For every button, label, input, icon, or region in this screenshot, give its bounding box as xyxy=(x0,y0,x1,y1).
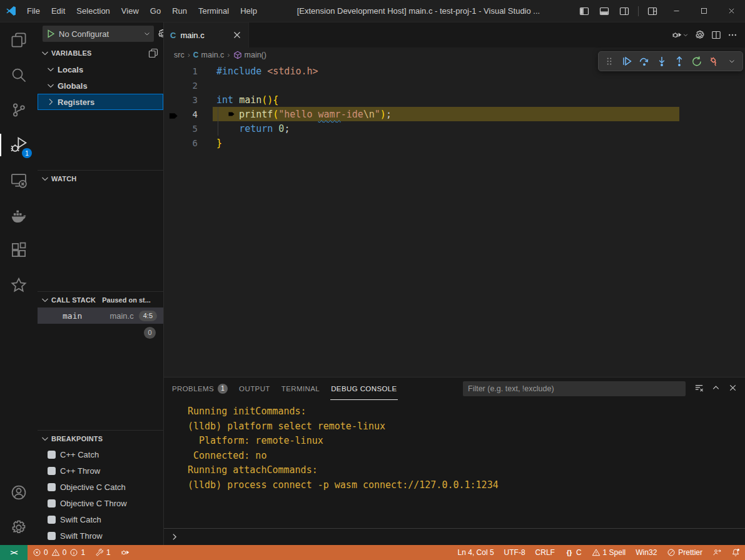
step-out-button[interactable] xyxy=(671,53,687,69)
step-into-button[interactable] xyxy=(654,53,670,69)
panel-tab-problems[interactable]: PROBLEMS1 xyxy=(171,378,228,400)
panel-tab-terminal[interactable]: TERMINAL xyxy=(281,378,320,400)
more-debug-actions-button[interactable] xyxy=(724,53,740,69)
watch-section-header[interactable]: WATCH xyxy=(38,170,163,186)
breakpoint-row[interactable]: C++ Catch xyxy=(38,446,163,462)
status-remote-window-indicator[interactable]: >< xyxy=(0,545,28,560)
open-settings-button[interactable] xyxy=(695,30,705,40)
variables-scope-locals[interactable]: Locals xyxy=(38,61,163,78)
code-editor[interactable]: 1#include <stdio.h>23int main(){4 printf… xyxy=(164,62,745,377)
menu-edit[interactable]: Edit xyxy=(46,0,71,22)
activity-search[interactable] xyxy=(0,58,38,92)
activity-run-and-debug[interactable]: 1 xyxy=(0,128,38,162)
breadcrumb-item[interactable]: Cmain.c xyxy=(193,51,225,59)
breakpoint-row[interactable]: Objective C Throw xyxy=(38,495,163,511)
restart-button[interactable] xyxy=(689,53,705,69)
breakpoint-row[interactable]: Swift Throw xyxy=(38,528,163,544)
activity-extensions[interactable] xyxy=(0,232,38,268)
window-close-button[interactable] xyxy=(717,0,745,22)
maximize-panel-button[interactable] xyxy=(711,383,721,394)
run-or-debug-button[interactable] xyxy=(672,30,689,40)
bell-dot-icon xyxy=(731,548,740,557)
status-notifications[interactable] xyxy=(726,545,745,560)
status-end-of-line[interactable]: CRLF xyxy=(530,545,560,560)
copy-icon[interactable] xyxy=(148,48,158,58)
status-cursor-position[interactable]: Ln 4, Col 5 xyxy=(453,545,499,560)
clear-console-button[interactable] xyxy=(694,383,704,394)
debug-config-label: No Configurat xyxy=(59,29,140,39)
editor-gutter[interactable]: 6 xyxy=(164,138,216,148)
breakpoint-checkbox[interactable] xyxy=(48,532,56,540)
breadcrumb-item[interactable]: src xyxy=(174,51,185,59)
menu-file[interactable]: File xyxy=(21,0,46,22)
status-spell-checker[interactable]: 1 Spell xyxy=(587,545,631,560)
editor-gutter[interactable]: 3 xyxy=(164,95,216,105)
breakpoint-checkbox[interactable] xyxy=(48,499,56,508)
close-tab-icon[interactable] xyxy=(232,30,242,40)
split-editor-button[interactable] xyxy=(711,30,721,40)
layout-panel-icon xyxy=(599,6,609,16)
continue-button[interactable] xyxy=(619,53,635,69)
status-problems[interactable]: 001 xyxy=(28,545,90,560)
debug-console-filter-input[interactable] xyxy=(463,381,686,396)
activity-source-control[interactable] xyxy=(0,92,38,128)
status-debug-indicator[interactable] xyxy=(116,545,134,560)
editor-gutter[interactable]: 4 xyxy=(164,109,216,119)
stack-frame[interactable]: mainmain.c4:5 xyxy=(38,308,163,324)
menu-run[interactable]: Run xyxy=(166,0,193,22)
breadcrumb-item[interactable]: main() xyxy=(233,51,266,59)
activity-favorites[interactable] xyxy=(0,268,38,302)
disconnect-icon xyxy=(709,56,720,67)
panel-tab-output[interactable]: OUTPUT xyxy=(238,378,271,400)
activity-docker[interactable] xyxy=(0,198,38,232)
layout-sidebar-toggle[interactable] xyxy=(574,0,594,22)
layout-panel-toggle[interactable] xyxy=(594,0,614,22)
status-language-mode[interactable]: {}C xyxy=(560,545,587,560)
variables-scope-globals[interactable]: Globals xyxy=(38,78,163,94)
status-platform[interactable]: Win32 xyxy=(631,545,662,560)
status-encoding[interactable]: UTF-8 xyxy=(499,545,530,560)
call-stack-section-header[interactable]: CALL STACK Paused on st... xyxy=(38,291,163,308)
editor-gutter[interactable]: 1 xyxy=(164,66,216,76)
status-tools-count[interactable]: 1 xyxy=(90,545,116,560)
breakpoint-checkbox[interactable] xyxy=(48,467,56,475)
breakpoints-section-header[interactable]: BREAKPOINTS xyxy=(38,430,163,446)
breakpoint-row[interactable]: Objective C Catch xyxy=(38,479,163,495)
step-over-button[interactable] xyxy=(636,53,652,69)
activity-manage[interactable] xyxy=(0,510,38,545)
start-debugging-icon[interactable] xyxy=(46,29,56,39)
menu-view[interactable]: View xyxy=(116,0,144,22)
variables-scope-registers[interactable]: Registers xyxy=(38,94,163,110)
activity-explorer[interactable] xyxy=(0,22,38,58)
debug-config-dropdown[interactable]: No Configurat xyxy=(43,26,154,42)
editor-gutter[interactable]: 5 xyxy=(164,124,216,134)
breakpoint-row[interactable]: Swift Catch xyxy=(38,511,163,528)
close-panel-button[interactable] xyxy=(728,383,737,394)
disconnect-button[interactable] xyxy=(706,53,722,69)
layout-secondary-toggle[interactable] xyxy=(614,0,634,22)
menu-help[interactable]: Help xyxy=(235,0,263,22)
menu-terminal[interactable]: Terminal xyxy=(193,0,235,22)
activity-remote-explorer[interactable] xyxy=(0,162,38,198)
variables-section-header[interactable]: VARIABLES xyxy=(38,45,163,61)
breakpoint-checkbox[interactable] xyxy=(48,483,56,491)
debug-console-input[interactable] xyxy=(164,528,745,545)
status-prettier[interactable]: Prettier xyxy=(662,545,707,560)
gear-icon[interactable] xyxy=(158,29,164,39)
menu-selection[interactable]: Selection xyxy=(71,0,115,22)
layout-customize-button[interactable] xyxy=(642,0,662,22)
activity-accounts[interactable] xyxy=(0,475,38,510)
tab-main-c[interactable]: C main.c xyxy=(164,22,249,48)
menu-go[interactable]: Go xyxy=(144,0,166,22)
window-minimize-button[interactable] xyxy=(662,0,690,22)
window-maximize-button[interactable] xyxy=(690,0,717,22)
panel-tab-debug-console[interactable]: DEBUG CONSOLE xyxy=(330,378,398,400)
editor-gutter[interactable]: 2 xyxy=(164,81,216,91)
status-feedback[interactable] xyxy=(707,545,726,560)
breakpoint-checkbox[interactable] xyxy=(48,451,56,459)
more-actions-button[interactable] xyxy=(727,30,737,40)
breakpoint-checkbox[interactable] xyxy=(48,516,56,524)
breakpoint-row[interactable]: C++ Throw xyxy=(38,462,163,479)
drag-handle-button[interactable] xyxy=(601,53,617,69)
warning-icon xyxy=(592,548,601,557)
